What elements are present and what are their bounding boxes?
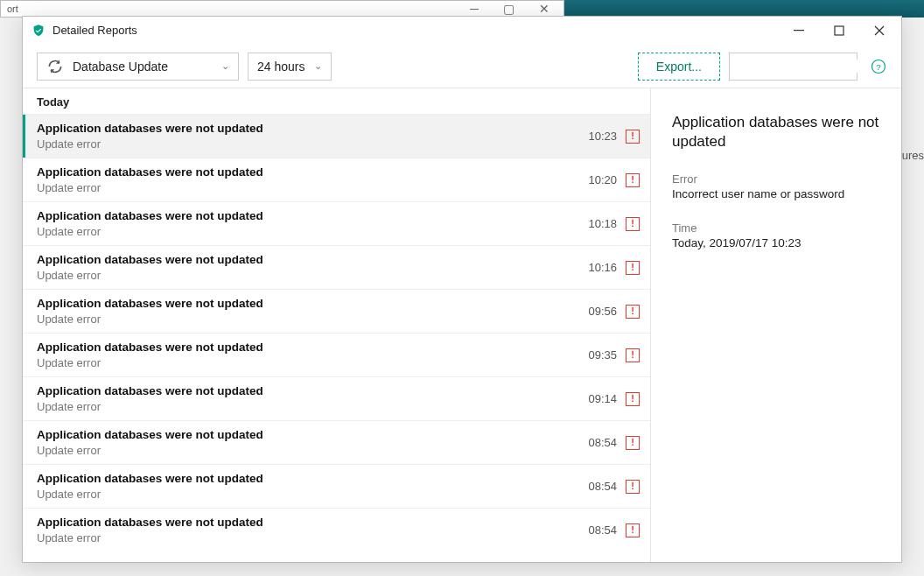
event-time: 10:16 (588, 261, 617, 274)
export-button[interactable]: Export... (638, 53, 720, 81)
detail-time-value: Today, 2019/07/17 10:23 (672, 236, 880, 249)
close-button[interactable] (859, 18, 900, 44)
error-icon (626, 480, 640, 494)
event-title: Application databases were not updated (37, 428, 588, 441)
detailed-reports-window: Detailed Reports Database Update ⌄ 24 ho… (22, 16, 902, 563)
error-icon (626, 392, 640, 406)
event-time: 10:20 (588, 173, 617, 186)
background-window: ort ─ ▢ ✕ (0, 0, 564, 18)
section-header: Today (23, 88, 650, 114)
event-row[interactable]: Application databases were not updatedUp… (23, 333, 650, 376)
event-row[interactable]: Application databases were not updatedUp… (23, 464, 650, 508)
shield-icon (32, 24, 46, 38)
event-title: Application databases were not updated (37, 253, 588, 266)
event-time: 09:56 (588, 305, 617, 318)
event-subtitle: Update error (37, 444, 588, 457)
event-subtitle: Update error (37, 225, 588, 238)
event-row[interactable]: Application databases were not updatedUp… (23, 245, 650, 289)
bg-minimize-icon: ─ (470, 2, 479, 16)
event-row[interactable]: Application databases were not updatedUp… (23, 158, 650, 201)
event-subtitle: Update error (37, 269, 588, 282)
event-time: 10:18 (588, 217, 617, 230)
event-row[interactable]: Application databases were not updatedUp… (23, 114, 650, 158)
events-list-pane: Today Application databases were not upd… (23, 88, 651, 562)
event-row[interactable]: Application databases were not updatedUp… (23, 289, 650, 333)
range-dropdown[interactable]: 24 hours ⌄ (248, 53, 332, 81)
range-label: 24 hours (257, 60, 304, 74)
bg-title-fragment: ort (1, 4, 18, 14)
event-subtitle: Update error (37, 356, 588, 369)
error-icon (626, 436, 640, 450)
events-scroll[interactable]: Today Application databases were not upd… (23, 88, 650, 562)
event-subtitle: Update error (37, 313, 588, 326)
event-title: Application databases were not updated (37, 209, 588, 222)
event-title: Application databases were not updated (37, 341, 588, 354)
event-time: 08:54 (588, 480, 617, 493)
event-row[interactable]: Application databases were not updatedUp… (23, 508, 650, 551)
svg-text:?: ? (876, 61, 881, 71)
event-time: 09:14 (588, 392, 617, 405)
bg-maximize-icon: ▢ (503, 2, 514, 16)
detail-pane: Application databases were not updated E… (651, 88, 901, 562)
background-strip (564, 0, 924, 18)
event-row[interactable]: Application databases were not updatedUp… (23, 420, 650, 464)
event-time: 08:54 (588, 436, 617, 449)
error-icon (626, 130, 640, 144)
svg-rect-0 (794, 30, 804, 31)
category-label: Database Update (73, 60, 168, 74)
detail-error-label: Error (672, 172, 880, 186)
maximize-button[interactable] (819, 18, 859, 44)
error-icon (626, 523, 640, 537)
event-row[interactable]: Application databases were not updatedUp… (23, 201, 650, 245)
event-title: Application databases were not updated (37, 472, 588, 485)
event-title: Application databases were not updated (37, 165, 588, 179)
search-input-container[interactable] (729, 53, 858, 81)
titlebar[interactable]: Detailed Reports (23, 17, 901, 45)
event-subtitle: Update error (37, 137, 588, 151)
svg-rect-1 (835, 26, 844, 35)
event-row[interactable]: Application databases were not updatedUp… (23, 376, 650, 420)
event-time: 10:23 (588, 130, 617, 143)
bg-close-icon: ✕ (539, 2, 550, 16)
error-icon (626, 305, 640, 319)
event-subtitle: Update error (37, 400, 588, 413)
chevron-down-icon: ⌄ (221, 60, 229, 72)
event-time: 08:54 (588, 523, 617, 537)
chevron-down-icon: ⌄ (314, 60, 322, 72)
export-label: Export... (656, 60, 702, 74)
event-time: 09:35 (588, 348, 617, 362)
detail-title: Application databases were not updated (672, 113, 880, 151)
event-subtitle: Update error (37, 488, 588, 501)
help-button[interactable]: ? (870, 58, 887, 75)
refresh-icon (46, 58, 64, 75)
detail-time-label: Time (672, 221, 880, 235)
toolbar: Database Update ⌄ 24 hours ⌄ Export... ? (23, 45, 901, 88)
event-subtitle: Update error (37, 531, 588, 544)
event-title: Application databases were not updated (37, 122, 588, 135)
minimize-button[interactable] (779, 18, 819, 44)
error-icon (626, 348, 640, 362)
event-title: Application databases were not updated (37, 297, 588, 310)
error-icon (626, 261, 640, 275)
event-title: Application databases were not updated (37, 384, 588, 397)
error-icon (626, 173, 640, 187)
event-subtitle: Update error (37, 181, 588, 194)
error-icon (626, 217, 640, 231)
category-dropdown[interactable]: Database Update ⌄ (37, 53, 239, 81)
event-title: Application databases were not updated (37, 516, 588, 529)
search-input[interactable] (738, 60, 886, 73)
window-title: Detailed Reports (52, 24, 779, 37)
detail-error-value: Incorrect user name or password (672, 187, 880, 200)
